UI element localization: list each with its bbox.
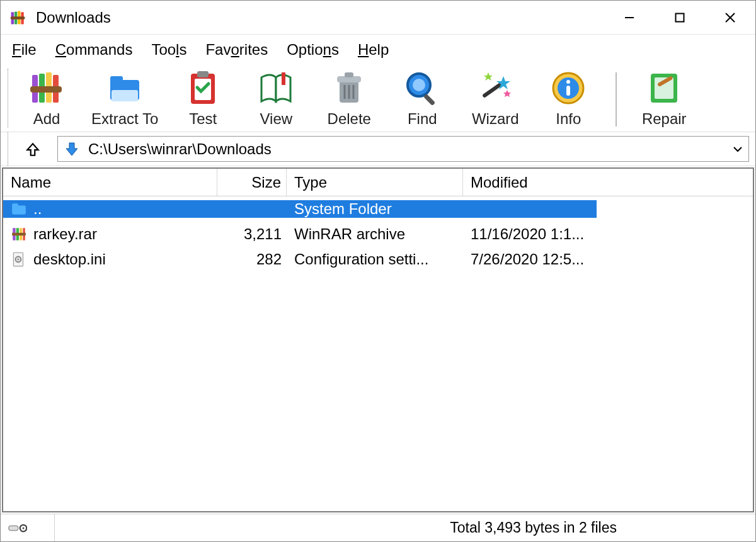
find-label: Find <box>408 110 437 128</box>
file-size: 3,211 <box>217 225 287 243</box>
down-arrow-icon <box>63 140 81 158</box>
svg-rect-37 <box>566 86 570 96</box>
menu-commands[interactable]: Commands <box>55 41 133 59</box>
ini-file-icon <box>11 251 27 268</box>
maximize-button[interactable] <box>655 1 705 34</box>
title-bar: Downloads <box>1 1 755 35</box>
extract-to-label: Extract To <box>91 110 158 128</box>
file-name: desktop.ini <box>33 251 106 268</box>
extract-folder-icon <box>105 69 144 108</box>
menu-file[interactable]: File <box>12 41 37 59</box>
status-bar: Total 3,493 bytes in 2 files <box>1 514 755 541</box>
file-list-header: Name Size Type Modified <box>3 169 753 196</box>
address-grip[interactable] <box>1 132 8 166</box>
address-dropdown-button[interactable] <box>732 144 743 155</box>
add-button[interactable]: Add <box>18 69 75 128</box>
view-book-icon <box>256 69 295 108</box>
file-list-body[interactable]: .. System Folder rarkey.rar 3,211 WinRAR… <box>3 196 753 511</box>
file-modified <box>463 200 597 218</box>
column-header-name[interactable]: Name <box>3 169 217 196</box>
file-modified: 7/26/2020 12:5... <box>463 251 753 268</box>
test-button[interactable]: Test <box>175 69 231 128</box>
view-label: View <box>260 110 292 128</box>
winrar-app-icon <box>9 9 27 26</box>
svg-rect-6 <box>676 13 684 21</box>
window-title: Downloads <box>36 9 604 26</box>
menu-help[interactable]: Help <box>358 41 389 59</box>
svg-rect-20 <box>282 72 285 85</box>
wizard-button[interactable]: Wizard <box>467 69 524 128</box>
go-up-button[interactable] <box>8 132 57 166</box>
toolbar-grip[interactable] <box>1 69 8 128</box>
window-controls <box>604 1 755 34</box>
svg-rect-19 <box>197 71 209 77</box>
svg-rect-16 <box>112 90 138 101</box>
folder-up-icon <box>11 201 27 217</box>
delete-button[interactable]: Delete <box>321 69 377 128</box>
chevron-down-icon <box>732 144 743 155</box>
svg-marker-32 <box>484 72 493 81</box>
svg-rect-23 <box>345 72 353 77</box>
file-name: rarkey.rar <box>33 225 97 243</box>
svg-rect-47 <box>12 233 26 235</box>
table-row[interactable]: .. System Folder <box>3 196 753 222</box>
minimize-button[interactable] <box>604 1 655 34</box>
menu-file-rest: ile <box>21 41 37 58</box>
svg-rect-30 <box>482 82 503 98</box>
table-row[interactable]: rarkey.rar 3,211 WinRAR archive 11/16/20… <box>3 222 753 247</box>
status-summary: Total 3,493 bytes in 2 files <box>450 519 755 536</box>
svg-point-36 <box>566 80 570 84</box>
up-arrow-icon <box>25 141 41 157</box>
add-label: Add <box>33 110 60 128</box>
info-icon <box>549 69 588 108</box>
svg-marker-33 <box>503 90 511 97</box>
file-type: System Folder <box>287 200 463 218</box>
column-header-size[interactable]: Size <box>217 169 287 196</box>
svg-rect-15 <box>110 76 123 82</box>
info-label: Info <box>556 110 581 128</box>
extract-to-button[interactable]: Extract To <box>91 69 158 128</box>
close-button[interactable] <box>705 1 755 34</box>
file-name: .. <box>33 200 42 218</box>
svg-point-53 <box>23 527 25 529</box>
add-archive-icon <box>27 69 66 108</box>
find-magnifier-icon <box>403 69 442 108</box>
repair-label: Repair <box>642 110 687 128</box>
menu-bar: File Commands Tools Favorites Options He… <box>1 35 755 65</box>
file-size: 282 <box>217 251 287 268</box>
menu-favorites[interactable]: Favorites <box>205 41 268 59</box>
rar-file-icon <box>11 226 27 242</box>
svg-rect-4 <box>11 16 25 19</box>
find-button[interactable]: Find <box>394 69 450 128</box>
toolbar-separator <box>616 72 617 127</box>
svg-point-28 <box>413 79 425 91</box>
svg-rect-13 <box>30 86 62 93</box>
address-path: C:\Users\winrar\Downloads <box>88 140 724 158</box>
menu-tools[interactable]: Tools <box>151 41 186 59</box>
wizard-wand-icon <box>476 69 515 108</box>
file-list: Name Size Type Modified .. System Folder <box>2 167 754 512</box>
svg-point-50 <box>17 258 19 260</box>
repair-button[interactable]: Repair <box>636 69 692 128</box>
security-lock-icon[interactable] <box>6 514 55 541</box>
test-clipboard-icon <box>183 69 222 108</box>
file-modified: 11/16/2020 1:1... <box>463 225 753 243</box>
menu-options[interactable]: Options <box>287 41 339 59</box>
column-header-modified[interactable]: Modified <box>463 169 753 196</box>
address-row: C:\Users\winrar\Downloads <box>1 132 755 166</box>
info-button[interactable]: Info <box>540 69 597 128</box>
column-header-type[interactable]: Type <box>287 169 463 196</box>
test-label: Test <box>189 110 217 128</box>
file-size <box>217 200 287 218</box>
repair-icon <box>644 69 684 108</box>
table-row[interactable]: desktop.ini 282 Configuration setti... 7… <box>3 247 753 272</box>
toolbar: Add Extract To Test <box>1 65 755 132</box>
svg-rect-42 <box>12 203 18 208</box>
wizard-label: Wizard <box>472 110 519 128</box>
svg-rect-29 <box>423 94 435 106</box>
file-type: WinRAR archive <box>287 225 463 243</box>
svg-rect-51 <box>9 526 18 531</box>
address-bar[interactable]: C:\Users\winrar\Downloads <box>57 136 749 162</box>
delete-trash-icon <box>329 69 369 108</box>
view-button[interactable]: View <box>248 69 304 128</box>
